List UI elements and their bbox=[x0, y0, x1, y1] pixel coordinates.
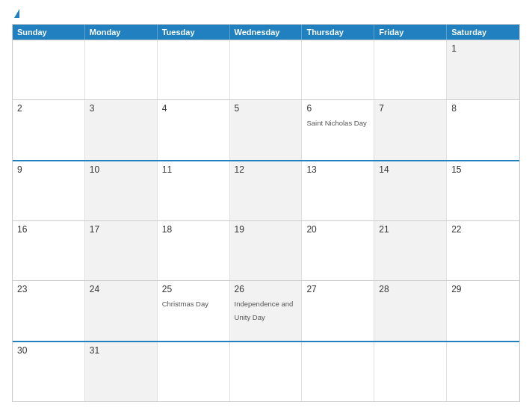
day-cell: 13 bbox=[302, 161, 374, 220]
day-cell: 17 bbox=[85, 221, 158, 280]
day-cell: 5 bbox=[230, 100, 303, 159]
day-header-monday: Monday bbox=[85, 25, 158, 40]
day-cell: 27 bbox=[302, 281, 374, 340]
day-cell: 2 bbox=[13, 100, 85, 159]
day-cell: 10 bbox=[85, 161, 158, 220]
day-cell: 11 bbox=[158, 161, 230, 220]
day-cell: 22 bbox=[447, 221, 519, 280]
day-cell bbox=[374, 40, 447, 99]
day-cell: 25Christmas Day bbox=[158, 281, 230, 340]
day-number: 6 bbox=[306, 103, 369, 114]
day-number: 27 bbox=[306, 284, 369, 294]
week-row-3: 16171819202122 bbox=[13, 220, 519, 280]
logo-triangle-icon bbox=[14, 9, 19, 18]
day-cell bbox=[302, 342, 374, 401]
logo bbox=[12, 9, 19, 18]
day-number: 5 bbox=[235, 103, 297, 114]
day-number: 2 bbox=[17, 103, 80, 114]
day-cell: 14 bbox=[374, 161, 447, 220]
day-number: 26 bbox=[235, 284, 297, 294]
day-number: 29 bbox=[451, 284, 515, 294]
day-cell: 29 bbox=[447, 281, 519, 340]
day-cell bbox=[447, 342, 519, 401]
day-cell: 24 bbox=[85, 281, 158, 340]
day-cell: 18 bbox=[158, 221, 230, 280]
day-cell: 31 bbox=[85, 342, 158, 401]
day-cell: 8 bbox=[447, 100, 519, 159]
day-number: 13 bbox=[306, 164, 369, 175]
day-header-wednesday: Wednesday bbox=[230, 25, 303, 40]
day-cell: 15 bbox=[447, 161, 519, 220]
day-number: 1 bbox=[451, 43, 515, 54]
day-number: 16 bbox=[17, 224, 80, 235]
day-number: 21 bbox=[379, 224, 442, 235]
day-number: 8 bbox=[451, 103, 515, 114]
day-cell bbox=[230, 40, 303, 99]
day-number: 15 bbox=[451, 164, 515, 175]
day-cell: 30 bbox=[13, 342, 85, 401]
day-header-friday: Friday bbox=[374, 25, 447, 40]
day-number: 25 bbox=[162, 284, 225, 294]
day-cell bbox=[158, 342, 230, 401]
day-cell: 20 bbox=[302, 221, 374, 280]
day-cell bbox=[374, 342, 447, 401]
day-number: 7 bbox=[379, 103, 442, 114]
day-cell: 21 bbox=[374, 221, 447, 280]
day-number: 12 bbox=[235, 164, 297, 175]
day-cell: 28 bbox=[374, 281, 447, 340]
day-number: 28 bbox=[379, 284, 442, 294]
week-row-1: 23456Saint Nicholas Day78 bbox=[13, 99, 519, 159]
week-row-0: 1 bbox=[13, 40, 519, 99]
calendar-page: SundayMondayTuesdayWednesdayThursdayFrid… bbox=[0, 0, 532, 411]
week-row-4: 232425Christmas Day26Independence and Un… bbox=[13, 280, 519, 340]
day-number: 4 bbox=[162, 103, 225, 114]
calendar-grid: SundayMondayTuesdayWednesdayThursdayFrid… bbox=[12, 24, 520, 402]
weeks-container: 123456Saint Nicholas Day7891011121314151… bbox=[13, 40, 519, 401]
day-number: 22 bbox=[451, 224, 515, 235]
day-header-tuesday: Tuesday bbox=[158, 25, 230, 40]
day-cell bbox=[230, 342, 303, 401]
day-number: 11 bbox=[162, 164, 225, 175]
day-event: Saint Nicholas Day bbox=[306, 119, 366, 127]
day-cell: 19 bbox=[230, 221, 303, 280]
day-number: 17 bbox=[90, 224, 152, 235]
day-number: 14 bbox=[379, 164, 442, 175]
day-cell bbox=[85, 40, 158, 99]
day-number: 3 bbox=[90, 103, 152, 114]
day-number: 24 bbox=[90, 284, 152, 294]
day-number: 9 bbox=[17, 164, 80, 175]
day-cell: 12 bbox=[230, 161, 303, 220]
day-number: 10 bbox=[90, 164, 152, 175]
day-header-thursday: Thursday bbox=[302, 25, 374, 40]
day-header-saturday: Saturday bbox=[447, 25, 519, 40]
day-cell bbox=[302, 40, 374, 99]
day-cell: 23 bbox=[13, 281, 85, 340]
day-header-sunday: Sunday bbox=[13, 25, 85, 40]
day-number: 30 bbox=[17, 345, 80, 356]
day-event: Independence and Unity Day bbox=[235, 300, 294, 321]
day-cell: 26Independence and Unity Day bbox=[230, 281, 303, 340]
header bbox=[12, 9, 520, 18]
day-cell: 4 bbox=[158, 100, 230, 159]
day-cell: 7 bbox=[374, 100, 447, 159]
day-headers-row: SundayMondayTuesdayWednesdayThursdayFrid… bbox=[13, 25, 519, 40]
day-cell: 6Saint Nicholas Day bbox=[302, 100, 374, 159]
day-cell: 1 bbox=[447, 40, 519, 99]
day-cell: 16 bbox=[13, 221, 85, 280]
week-row-5: 3031 bbox=[13, 341, 519, 401]
week-row-2: 9101112131415 bbox=[13, 160, 519, 220]
day-cell bbox=[158, 40, 230, 99]
day-number: 23 bbox=[17, 284, 80, 294]
day-number: 20 bbox=[306, 224, 369, 235]
day-cell: 9 bbox=[13, 161, 85, 220]
day-event: Christmas Day bbox=[162, 300, 208, 308]
day-number: 18 bbox=[162, 224, 225, 235]
day-number: 19 bbox=[235, 224, 297, 235]
day-cell: 3 bbox=[85, 100, 158, 159]
day-cell bbox=[13, 40, 85, 99]
day-number: 31 bbox=[90, 345, 152, 356]
